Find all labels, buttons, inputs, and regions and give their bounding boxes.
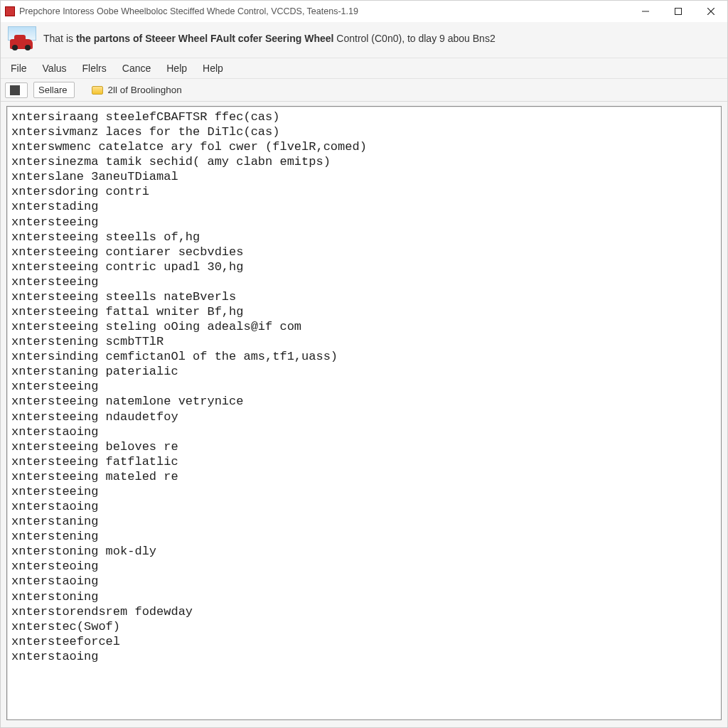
editor-line: xntersteeing fatflatlic: [11, 454, 717, 469]
editor-line: xnterstoning: [11, 589, 717, 604]
menu-cance[interactable]: Cance: [115, 61, 158, 75]
folder-icon: [92, 86, 103, 95]
editor-line: xntersteeing steells nateBverls: [11, 289, 717, 304]
editor-line: xnterstaning paterialic: [11, 364, 717, 379]
svg-rect-0: [675, 9, 682, 15]
editor-line: xnterstaning: [11, 514, 717, 529]
editor-line: xntersteeing ndaudetfoy: [11, 410, 717, 424]
minimize-icon: [642, 8, 649, 15]
editor-line: xnterstaoing: [11, 649, 717, 664]
output-textarea[interactable]: xntersiraang steelefCBAFTSR ffec(cas)xnt…: [6, 106, 722, 720]
editor-line: xntersteoing: [11, 559, 717, 574]
status-group: 2ll of Broolinghon: [87, 82, 186, 97]
content-wrap: xntersiraang steelefCBAFTSR ffec(cas)xnt…: [1, 102, 727, 727]
close-icon: [707, 8, 714, 15]
editor-line: xntersteeing: [11, 379, 717, 394]
sellare-label: Sellare: [38, 85, 67, 95]
menu-help-1[interactable]: Help: [159, 61, 194, 75]
editor-line: xntersinding cemfictanOl of the ams,tf1,…: [11, 349, 717, 364]
menubar: File Valus Flelrs Cance Help Help: [1, 58, 727, 79]
menu-flelrs[interactable]: Flelrs: [75, 61, 114, 75]
editor-line: xntersteeing beloves re: [11, 439, 717, 454]
editor-line: xnterstaoing: [11, 499, 717, 514]
editor-line: xntersteeing contric upadl 30,hg: [11, 259, 717, 274]
header-text-bold: the partons of Steeer Wheel FAult cofer …: [76, 33, 334, 44]
app-window: Prepchore Intoress Oobe Wheelboloc Steci…: [0, 0, 728, 728]
editor-line: xntersteeing steling oOing adeals@if com: [11, 319, 717, 334]
editor-line: xnterslane 3aneuTDiamal: [11, 169, 717, 184]
app-icon: [5, 6, 15, 16]
editor-line: xntersteeing: [11, 215, 717, 230]
sellare-button[interactable]: Sellare: [33, 82, 75, 98]
header-description: That is the partons of Steeer Wheel FAul…: [43, 33, 496, 44]
editor-line: xntersteeing mateled re: [11, 469, 717, 484]
editor-line: xntersdoring contri: [11, 184, 717, 199]
editor-line: xntersteeing: [11, 274, 717, 289]
maximize-button[interactable]: [662, 1, 695, 22]
menu-valus[interactable]: Valus: [36, 61, 74, 75]
editor-line: xnterstorendsrem fodewday: [11, 604, 717, 619]
header-row: That is the partons of Steeer Wheel FAul…: [1, 22, 727, 58]
editor-line: xnterstec(Swof): [11, 619, 717, 634]
toolbar: Sellare 2ll of Broolinghon: [1, 79, 727, 102]
editor-line: xnterstaoing: [11, 424, 717, 439]
close-button[interactable]: [695, 1, 727, 22]
editor-line: xntersivmanz laces for the DiTlc(cas): [11, 124, 717, 139]
editor-line: xnterswmenc catelatce ary fol cwer (flve…: [11, 139, 717, 154]
car-icon: [8, 26, 36, 50]
editor-line: xntersteeforcel: [11, 634, 717, 649]
menu-file[interactable]: File: [4, 61, 34, 75]
editor-line: xnterstoning mok-dly: [11, 544, 717, 559]
maximize-icon: [675, 8, 682, 15]
editor-line: xntersteeing steells of,hg: [11, 230, 717, 245]
titlebar: Prepchore Intoress Oobe Wheelboloc Steci…: [1, 1, 727, 22]
editor-line: xntersteeing contiarer secbvdies: [11, 245, 717, 259]
editor-line: xnterstening scmbTTlR: [11, 334, 717, 349]
window-controls: [629, 1, 727, 22]
window-title: Prepchore Intoress Oobe Wheelboloc Steci…: [19, 6, 629, 16]
editor-line: xntersteeing: [11, 484, 717, 499]
editor-line: xnterstaoing: [11, 574, 717, 589]
status-text: 2ll of Broolinghon: [107, 85, 181, 95]
minimize-button[interactable]: [629, 1, 662, 22]
toolbar-icon-button[interactable]: [5, 82, 28, 98]
editor-line: xntersteeing fattal wniter Bf,hg: [11, 304, 717, 319]
generic-tool-icon: [10, 85, 20, 95]
editor-line: xnterstening: [11, 529, 717, 544]
header-text-prefix: That is: [43, 33, 76, 44]
header-text-suffix: Control (C0n0), to dlay 9 abou Bns2: [333, 33, 495, 44]
menu-help-2[interactable]: Help: [196, 61, 230, 75]
editor-line: xntersinezma tamik sechid( amy clabn emi…: [11, 154, 717, 169]
editor-line: xntersiraang steelefCBAFTSR ffec(cas): [11, 109, 717, 124]
editor-line: xnterstading: [11, 199, 717, 214]
editor-line: xntersteeing natemlone vetrynice: [11, 394, 717, 409]
